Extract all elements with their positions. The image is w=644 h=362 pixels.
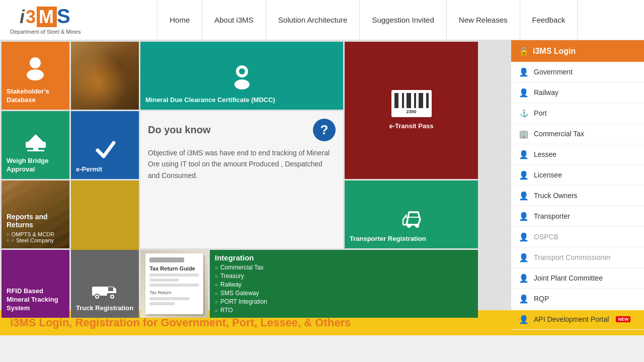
nav-releases[interactable]: New Releases	[447, 0, 520, 40]
svg-point-5	[234, 79, 250, 89]
taxreturn-tile[interactable]: Tax Return Guide Tax Return	[140, 250, 208, 318]
transporter-icon	[399, 207, 424, 230]
sidebar-item-api-portal[interactable]: 👤 API Development Portal NEW	[511, 309, 644, 330]
weighbridge-icon	[23, 132, 48, 152]
tiles-grid: Stakeholder's Database Mineral Due Clear…	[0, 40, 511, 310]
int-item-4: PORT Integration	[215, 298, 473, 305]
mdcc-tile[interactable]: Mineral Due Clearance Certificate (MDCC)	[140, 42, 343, 110]
sidebar-item-commercial-tax[interactable]: 🏢 Commercial Tax	[511, 124, 644, 144]
svg-point-25	[407, 224, 411, 228]
svg-point-0	[30, 57, 41, 68]
svg-marker-7	[28, 134, 43, 142]
question-icon: ?	[313, 119, 336, 141]
header: i3MS Department of Steel & Mines Home Ab…	[0, 0, 644, 40]
svg-rect-28	[108, 287, 113, 291]
stakeholder-tile[interactable]: Stakeholder's Database	[2, 42, 69, 110]
user-icon-ospcb: 👤	[519, 232, 529, 242]
user-icon-transport-commissioner: 👤	[519, 252, 529, 262]
epermit-title: e-Permit	[76, 165, 134, 174]
rfid-title: RFID Based Mineral Tracking System	[7, 287, 64, 313]
doknow-text: Objective of i3MS was have end to end tr…	[148, 147, 336, 181]
nav-feedback[interactable]: Feedback	[520, 0, 578, 40]
sidebar-item-truck-owners[interactable]: 👤 Truck Owners	[511, 186, 644, 206]
weighbridge-tile[interactable]: Weigh Bridge Approval	[2, 111, 69, 179]
sidebar-header: 🔒 i3MS Login	[511, 40, 644, 62]
sidebar-label-transport-commissioner: Transport Commissioner	[534, 253, 611, 261]
sidebar-label-port: Port	[534, 109, 547, 117]
truck-title: Truck Registration	[76, 304, 134, 313]
sidebar-label-transporter: Transporter	[534, 212, 570, 220]
user-icon-truck-owners: 👤	[519, 191, 529, 201]
sidebar-label-licensee: Licensee	[534, 171, 562, 179]
sidebar-item-transporter[interactable]: 👤 Transporter	[511, 206, 644, 227]
nav-solution[interactable]: Solution Architecture	[266, 0, 360, 40]
mine-tile[interactable]	[71, 42, 139, 110]
sidebar-label-ospcb: OSPCB	[534, 233, 558, 241]
epermit-icon	[93, 138, 118, 160]
sidebar-item-ospcb: 👤 OSPCB	[511, 227, 644, 247]
mdcc-icon	[229, 62, 255, 90]
int-item-1: Treasury	[215, 273, 473, 280]
user-icon-railway: 👤	[519, 87, 529, 98]
epermit-tile[interactable]: e-Permit	[71, 111, 139, 179]
sidebar-label-joint-plant: Joint Plant Committee	[534, 274, 603, 282]
truck-icon	[91, 279, 119, 299]
nav-home[interactable]: Home	[157, 0, 202, 40]
sidebar: 🔒 i3MS Login 👤 Government 👤 Railway ⚓ Po…	[511, 40, 644, 310]
user-icon-commercial-tax: 🏢	[519, 129, 529, 139]
ticker-text: i3MS Login, Registration for Government,…	[10, 316, 351, 329]
truck-tile[interactable]: Truck Registration	[71, 250, 139, 318]
sidebar-item-rqp[interactable]: 👤 RQP	[511, 289, 644, 309]
sidebar-label-lessee: Lessee	[534, 150, 556, 158]
sidebar-item-railway[interactable]: 👤 Railway	[511, 82, 644, 103]
sidebar-item-transport-commissioner: 👤 Transport Commissioner	[511, 247, 644, 268]
integration-tile[interactable]: › Integration Commercial Tax Treasury Ra…	[210, 250, 478, 318]
reports-tile[interactable]: Reports and Returns OMPTS & MCDR ○Steel …	[2, 180, 69, 248]
doknow-tile[interactable]: Do you know ? Objective of i3MS was have…	[140, 111, 343, 248]
taxreturn-bg: Tax Return Guide Tax Return	[140, 250, 208, 318]
main-nav: Home About i3MS Solution Architecture Su…	[101, 0, 634, 40]
logo-sub: Department of Steel & Mines	[10, 29, 81, 35]
weighbridge-title: Weigh Bridge Approval	[7, 157, 64, 174]
rfid-tile[interactable]: RFID Based Mineral Tracking System	[2, 250, 69, 318]
svg-point-32	[111, 296, 113, 298]
user-icon-port: ⚓	[519, 108, 529, 118]
stakeholder-icon	[22, 54, 49, 81]
nav-suggestion[interactable]: Suggestion Invited	[360, 0, 446, 40]
int-item-5: RTO	[215, 307, 473, 314]
etransit-tile[interactable]: 2390 e-Transit Pass	[345, 42, 478, 179]
svg-point-26	[415, 224, 419, 228]
sidebar-item-joint-plant[interactable]: 👤 Joint Plant Committee	[511, 268, 644, 289]
sidebar-label-commercial-tax: Commercial Tax	[534, 130, 584, 138]
doknow-header: Do you know ?	[148, 119, 336, 141]
integration-title: Integration	[215, 253, 473, 262]
logo-text: i3MS	[20, 5, 71, 28]
user-icon-lessee: 👤	[519, 149, 529, 159]
integration-list: Commercial Tax Treasury Railway SMS Gate…	[215, 264, 473, 314]
sidebar-title: i3MS Login	[533, 47, 576, 56]
svg-rect-27	[92, 287, 107, 296]
doknow-title: Do you know	[148, 124, 210, 136]
svg-rect-9	[27, 150, 44, 151]
user-icon-joint-plant: 👤	[519, 273, 529, 283]
svg-point-4	[239, 68, 245, 74]
sidebar-item-government[interactable]: 👤 Government	[511, 62, 644, 82]
new-badge-api: NEW	[616, 316, 630, 322]
logo: i3MS Department of Steel & Mines	[10, 5, 81, 35]
nav-about[interactable]: About i3MS	[202, 0, 266, 40]
stakeholder-title: Stakeholder's Database	[7, 87, 64, 105]
sidebar-label-railway: Railway	[534, 88, 558, 97]
sidebar-label-rqp: RQP	[534, 295, 549, 303]
transporter-title: Transporter Registration	[350, 235, 473, 243]
barcode-number: 2390	[394, 109, 429, 114]
user-icon-rqp: 👤	[519, 294, 529, 304]
reports-sub2: ○Steel Company	[7, 237, 64, 243]
etransit-title: e-Transit Pass	[389, 122, 433, 131]
transporter-tile[interactable]: Transporter Registration	[345, 180, 478, 248]
user-icon-api-portal: 👤	[519, 314, 529, 324]
sidebar-item-licensee[interactable]: 👤 Licensee	[511, 165, 644, 186]
sidebar-label-truck-owners: Truck Owners	[534, 192, 578, 200]
reports-sub1: OMPTS & MCDR	[7, 231, 64, 237]
sidebar-item-lessee[interactable]: 👤 Lessee	[511, 144, 644, 165]
sidebar-item-port[interactable]: ⚓ Port	[511, 103, 644, 124]
